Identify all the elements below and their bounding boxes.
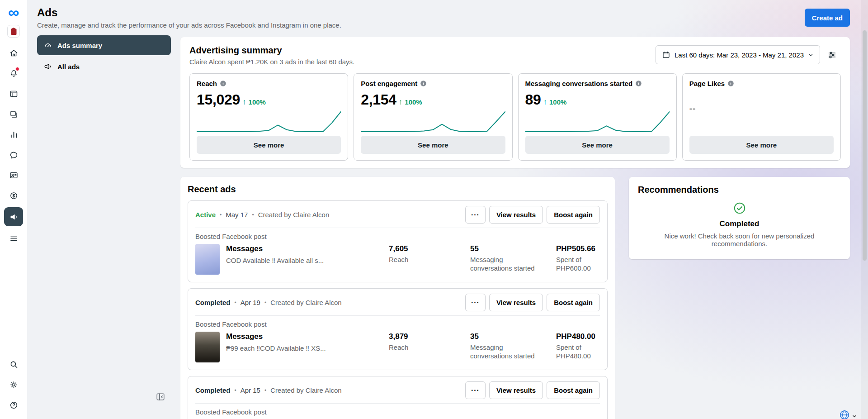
recommendations-status: Completed xyxy=(720,219,760,229)
insights-icon[interactable] xyxy=(5,126,22,143)
view-results-button[interactable]: View results xyxy=(489,294,543,311)
meta-logo[interactable]: ∞ xyxy=(5,5,23,20)
adjust-metrics-button[interactable] xyxy=(823,46,841,64)
subnav-item-all-ads[interactable]: All ads xyxy=(37,57,171,76)
see-more-button[interactable]: See more xyxy=(197,136,341,154)
ad-post-type: Boosted Facebook post xyxy=(195,320,600,328)
more-options-button[interactable]: ··· xyxy=(465,381,486,399)
comments-icon[interactable] xyxy=(5,146,22,163)
collapse-sidebar-button[interactable] xyxy=(154,390,167,404)
ad-row: Completed • Apr 15 • Created by Claire A… xyxy=(188,376,608,419)
all-tools-icon[interactable] xyxy=(5,229,22,247)
boost-again-button[interactable]: Boost again xyxy=(547,381,600,399)
page-title: Ads xyxy=(37,6,341,19)
stat-card-page-likes: Page Likes -- See more xyxy=(682,73,841,161)
view-results-button[interactable]: View results xyxy=(489,381,543,399)
stat-card-reach: Reach 15,029 ↑ 100% See more xyxy=(189,73,348,161)
collapse-panel-icon xyxy=(156,392,165,402)
stat-delta: 100% xyxy=(405,98,422,106)
stat-value: 89 xyxy=(525,91,541,108)
notifications-icon[interactable] xyxy=(5,65,22,82)
ad-created-by: Created by Claire Alcon xyxy=(270,386,342,394)
summary-controls: Last 60 days: Mar 23, 2023 - May 21, 202… xyxy=(656,45,841,64)
summary-heading: Advertising summary Claire Alcon spent ₱… xyxy=(189,45,354,66)
contacts-icon[interactable] xyxy=(5,167,22,184)
language-globe-widget[interactable] xyxy=(839,409,857,419)
stat-title: Page Likes xyxy=(689,80,725,87)
stat-value: 15,029 xyxy=(197,91,240,108)
bullet-separator: • xyxy=(235,300,236,306)
settings-icon[interactable] xyxy=(5,376,22,393)
advertising-summary-panel: Advertising summary Claire Alcon spent ₱… xyxy=(180,37,850,168)
stat-cards-row: Reach 15,029 ↑ 100% See more xyxy=(189,73,841,161)
ads-icon[interactable] xyxy=(4,207,23,226)
ad-description: ₱99 each ‼COD Available ‼ XS... xyxy=(226,344,355,352)
page-avatar-mark xyxy=(11,28,17,35)
globe-icon xyxy=(839,409,850,419)
reach-value: 7,605 xyxy=(389,244,470,253)
app-rail: ∞ xyxy=(0,0,27,419)
ad-date: Apr 15 xyxy=(241,386,260,394)
chevron-down-icon xyxy=(808,52,814,58)
scrollbar-thumb[interactable] xyxy=(863,30,867,261)
more-options-button[interactable]: ··· xyxy=(465,294,486,311)
info-icon[interactable] xyxy=(420,80,427,87)
ads-subnav: Ads summary All ads xyxy=(37,35,171,76)
spent-label: Spent of PHP480.00 xyxy=(556,343,600,361)
boost-again-button[interactable]: Boost again xyxy=(547,206,600,224)
ad-date: Apr 19 xyxy=(241,299,260,306)
vertical-scrollbar[interactable] xyxy=(861,0,868,419)
info-icon[interactable] xyxy=(635,80,642,87)
ad-created-by: Created by Claire Alcon xyxy=(258,211,330,219)
page-header: Ads Create, manage and track the perform… xyxy=(27,0,868,32)
see-more-button[interactable]: See more xyxy=(689,136,834,154)
spent-value: PHP480.00 xyxy=(556,332,600,341)
content: Ads summary All ads Advertising summary … xyxy=(27,32,868,419)
main: Advertising summary Claire Alcon spent ₱… xyxy=(180,37,850,419)
create-ad-button[interactable]: Create ad xyxy=(805,9,850,27)
status-badge: Completed xyxy=(195,386,231,394)
stat-title: Reach xyxy=(197,80,217,87)
ad-thumbnail[interactable] xyxy=(195,332,220,362)
monetization-icon[interactable] xyxy=(5,187,22,204)
search-icon[interactable] xyxy=(5,356,22,373)
content-icon[interactable] xyxy=(5,105,22,123)
boost-again-button[interactable]: Boost again xyxy=(547,294,600,311)
ad-row: Completed • Apr 19 • Created by Claire A… xyxy=(188,288,608,370)
ad-created-by: Created by Claire Alcon xyxy=(270,299,342,306)
bullet-separator: • xyxy=(264,387,266,394)
see-more-button[interactable]: See more xyxy=(525,136,670,154)
see-more-button[interactable]: See more xyxy=(361,136,505,154)
page-header-titles: Ads Create, manage and track the perform… xyxy=(37,6,341,29)
trend-up-icon: ↑ xyxy=(543,98,547,107)
messaging-sparkline xyxy=(525,110,670,133)
trend-up-icon: ↑ xyxy=(242,98,246,107)
ad-thumbnail[interactable] xyxy=(195,244,220,275)
stat-value-empty: -- xyxy=(689,104,834,114)
recommendations-message: Nice work! Check back soon for new perso… xyxy=(642,232,837,248)
ad-row: Active • May 17 • Created by Claire Alco… xyxy=(188,200,608,282)
subnav-item-ads-summary[interactable]: Ads summary xyxy=(37,35,171,55)
view-results-button[interactable]: View results xyxy=(489,206,543,224)
reach-sparkline xyxy=(197,110,341,133)
page: Ads Create, manage and track the perform… xyxy=(27,0,868,419)
page-avatar[interactable] xyxy=(7,25,20,38)
billing-icon[interactable] xyxy=(5,85,22,102)
info-icon[interactable] xyxy=(220,80,226,87)
date-range-filter[interactable]: Last 60 days: Mar 23, 2023 - May 21, 202… xyxy=(656,45,820,64)
recommendations-title: Recommendations xyxy=(638,185,841,195)
reach-value: 3,879 xyxy=(389,332,470,341)
spent-label: Spent of PHP600.00 xyxy=(556,256,600,273)
trend-up-icon: ↑ xyxy=(399,98,403,107)
home-icon[interactable] xyxy=(5,44,22,62)
gauge-icon xyxy=(43,41,52,50)
help-icon[interactable] xyxy=(5,396,22,414)
messages-value: 35 xyxy=(470,332,556,341)
summary-title: Advertising summary xyxy=(189,45,354,56)
stat-delta: 100% xyxy=(249,98,266,106)
notification-dot xyxy=(15,67,19,71)
info-icon[interactable] xyxy=(727,80,734,87)
more-options-button[interactable]: ··· xyxy=(465,206,486,224)
status-badge: Completed xyxy=(195,299,231,306)
recommendations-panel: Recommendations Completed Nice work! Che… xyxy=(629,177,850,259)
